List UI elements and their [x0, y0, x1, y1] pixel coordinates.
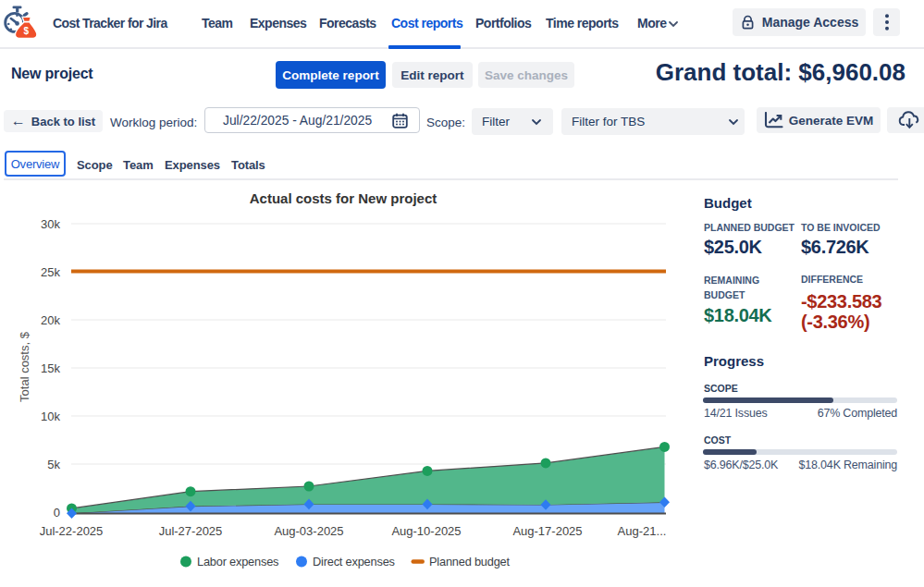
svg-text:0: 0: [54, 506, 60, 520]
svg-text:25k: 25k: [41, 265, 60, 279]
svg-text:Planned budget: Planned budget: [429, 555, 511, 569]
svg-text:Aug-03-2025: Aug-03-2025: [274, 524, 343, 538]
svg-text:Jul-22-2025: Jul-22-2025: [40, 524, 104, 538]
svg-text:20k: 20k: [41, 313, 60, 327]
svg-text:Aug-21...: Aug-21...: [618, 524, 667, 538]
svg-text:30k: 30k: [41, 217, 60, 231]
svg-text:Direct expenses: Direct expenses: [313, 555, 395, 569]
svg-text:10k: 10k: [41, 410, 60, 423]
svg-text:$: $: [23, 26, 29, 36]
svg-text:5k: 5k: [47, 458, 60, 471]
svg-text:Jul-27-2025: Jul-27-2025: [159, 524, 223, 538]
svg-text:15k: 15k: [41, 361, 60, 375]
svg-text:Aug-10-2025: Aug-10-2025: [391, 524, 461, 538]
svg-text:Aug-17-2025: Aug-17-2025: [512, 524, 582, 538]
svg-text:Labor expenses: Labor expenses: [197, 555, 278, 569]
svg-text:Total costs, $: Total costs, $: [18, 331, 31, 402]
svg-text:Actual costs for New project: Actual costs for New project: [250, 190, 437, 206]
